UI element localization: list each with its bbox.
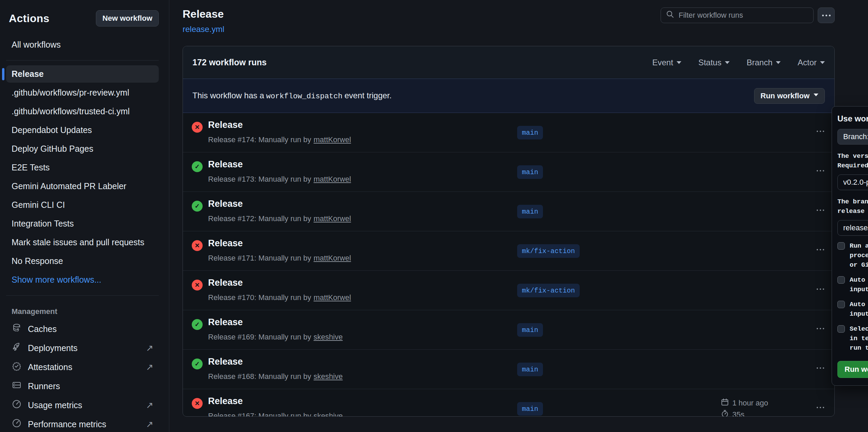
sidebar-item-attestations[interactable]: Attestations ↗ — [6, 358, 159, 377]
workflow-run-row[interactable]: ✓ Release Release #168: Manually run bys… — [183, 350, 834, 389]
sidebar-item-release[interactable]: Release — [6, 65, 159, 83]
sidebar-item-usage-metrics[interactable]: Usage metrics ↗ — [6, 396, 159, 415]
checkbox-label: Auto apply the preview release tag, inpu… — [850, 300, 868, 319]
workflow-run-row[interactable]: ✕ Release Release #171: Manually run bym… — [183, 231, 834, 271]
success-icon: ✓ — [192, 161, 203, 172]
event-filter-dropdown[interactable]: Event — [652, 58, 681, 67]
workflow-dispatch-banner: This workflow has aworkflow_dispatcheven… — [183, 79, 834, 113]
version-input-description: The version to release (e.g., v0.1.11). … — [837, 151, 868, 170]
workflow-options-kebab-button[interactable] — [818, 7, 835, 23]
sidebar-item-all-workflows[interactable]: All workflows — [6, 36, 159, 53]
sidebar-divider — [6, 60, 159, 61]
nightly-tag-checkbox[interactable] — [837, 276, 845, 284]
chevron-down-icon — [776, 61, 781, 66]
failure-icon: ✕ — [192, 398, 203, 409]
sidebar-item-gemini-cli-ci[interactable]: Gemini CLI CI — [6, 196, 159, 214]
workflow-run-row[interactable]: ✓ Release Release #173: Manually run bym… — [183, 152, 834, 192]
run-workflow-dropdown-button[interactable]: Run workflow — [754, 88, 825, 104]
actor-link[interactable]: mattKorwel — [313, 135, 351, 144]
sidebar-item-performance-metrics[interactable]: Performance metrics ↗ — [6, 415, 159, 432]
new-workflow-button[interactable]: New workflow — [96, 10, 159, 27]
run-title-link[interactable]: Release — [208, 159, 243, 170]
actor-link[interactable]: skeshive — [313, 412, 343, 417]
run-title-link[interactable]: Release — [208, 356, 243, 367]
run-subtitle: Release #167: Manually run byskeshive — [208, 412, 343, 417]
run-title-link[interactable]: Release — [208, 396, 243, 406]
sidebar-item-label: Deployments — [28, 343, 78, 353]
workflow-run-row[interactable]: ✓ Release Release #169: Manually run bys… — [183, 310, 834, 350]
filter-workflow-runs-input[interactable] — [679, 11, 809, 20]
run-title-link[interactable]: Release — [208, 278, 243, 288]
run-subtitle: Release #168: Manually run byskeshive — [208, 372, 343, 381]
run-kebab-button[interactable] — [815, 208, 826, 212]
runs-list-header: 172 workflow runs Event Status Branch Ac… — [183, 46, 834, 79]
branch-badge[interactable]: main — [517, 165, 543, 179]
branch-select-dropdown[interactable]: Branch: main — [837, 129, 868, 145]
kebab-icon — [822, 15, 824, 16]
sidebar-item-e2e-tests[interactable]: E2E Tests — [6, 159, 159, 176]
workflow-run-row[interactable]: ✕ Release Release #167: Manually run bys… — [183, 389, 834, 417]
sidebar-item-dependabot-updates[interactable]: Dependabot Updates — [6, 121, 159, 139]
sidebar-item-integration-tests[interactable]: Integration Tests — [6, 215, 159, 232]
workflow-run-row[interactable]: ✕ Release Release #170: Manually run bym… — [183, 271, 834, 310]
run-kebab-button[interactable] — [815, 405, 826, 410]
stopwatch-icon — [721, 410, 729, 417]
sidebar-item-deploy-github-pages[interactable]: Deploy GitHub Pages — [6, 140, 159, 157]
sidebar-item-trusted-ci[interactable]: .github/workflows/trusted-ci.yml — [6, 103, 159, 120]
actor-link[interactable]: mattKorwel — [313, 214, 351, 223]
run-meta: 1 hour ago 35s — [721, 397, 768, 417]
sidebar-item-mark-stale[interactable]: Mark stale issues and pull requests — [6, 234, 159, 251]
actor-filter-dropdown[interactable]: Actor — [798, 58, 825, 67]
run-kebab-button[interactable] — [815, 287, 826, 291]
branch-badge[interactable]: main — [517, 402, 543, 416]
sidebar-item-no-response[interactable]: No Response — [6, 252, 159, 270]
chevron-down-icon — [820, 61, 825, 66]
run-kebab-button[interactable] — [815, 366, 826, 370]
actor-link[interactable]: skeshive — [313, 333, 343, 341]
run-kebab-button[interactable] — [815, 327, 826, 331]
sidebar-item-pr-review[interactable]: .github/workflows/pr-review.yml — [6, 84, 159, 101]
run-kebab-button[interactable] — [815, 129, 826, 133]
run-workflow-submit-button[interactable]: Run workflow — [837, 361, 868, 378]
branch-badge[interactable]: mk/fix-action — [517, 284, 580, 297]
workflow-runs-card: 172 workflow runs Event Status Branch Ac… — [183, 46, 835, 417]
status-filter-dropdown[interactable]: Status — [698, 58, 730, 67]
show-more-workflows-link[interactable]: Show more workflows... — [6, 271, 159, 288]
workflow-file-link[interactable]: release.yml — [183, 24, 224, 34]
run-title-link[interactable]: Release — [208, 120, 243, 130]
actor-link[interactable]: mattKorwel — [313, 293, 351, 302]
external-link-icon: ↗ — [146, 419, 153, 430]
chevron-down-icon — [814, 94, 818, 99]
actor-link[interactable]: mattKorwel — [313, 254, 351, 262]
run-kebab-button[interactable] — [815, 169, 826, 173]
sidebar-item-label: Runners — [28, 381, 60, 391]
branch-badge[interactable]: main — [517, 323, 543, 337]
workflow-run-row[interactable]: ✕ Release Release #174: Manually run bym… — [183, 113, 834, 152]
sidebar-item-deployments[interactable]: Deployments ↗ — [6, 338, 159, 358]
run-title-link[interactable]: Release — [208, 317, 243, 328]
workflow-run-row[interactable]: ✓ Release Release #172: Manually run bym… — [183, 192, 834, 231]
dry-run-checkbox[interactable] — [837, 242, 845, 250]
branch-filter-dropdown[interactable]: Branch — [747, 58, 781, 67]
branch-badge[interactable]: main — [517, 363, 543, 376]
run-timestamp: 1 hour ago — [732, 399, 768, 408]
run-kebab-button[interactable] — [815, 248, 826, 252]
ref-input[interactable] — [837, 220, 868, 236]
sidebar-item-gemini-pr-labeler[interactable]: Gemini Automated PR Labeler — [6, 178, 159, 195]
branch-badge[interactable]: main — [517, 126, 543, 139]
version-input[interactable] — [837, 175, 868, 190]
run-title-link[interactable]: Release — [208, 238, 243, 249]
preview-tag-checkbox[interactable] — [837, 301, 845, 308]
run-title-link[interactable]: Release — [208, 199, 243, 209]
skip-tests-checkbox[interactable] — [837, 325, 845, 333]
filter-workflow-runs-field[interactable] — [661, 7, 814, 23]
branch-badge[interactable]: main — [517, 205, 543, 218]
actor-link[interactable]: skeshive — [313, 372, 343, 381]
success-icon: ✓ — [192, 201, 203, 212]
management-heading: Management — [12, 307, 159, 316]
run-subtitle: Release #172: Manually run bymattKorwel — [208, 214, 351, 223]
sidebar-item-caches[interactable]: Caches — [6, 319, 159, 338]
actor-link[interactable]: mattKorwel — [313, 175, 351, 183]
sidebar-item-runners[interactable]: Runners — [6, 377, 159, 396]
branch-badge[interactable]: mk/fix-action — [517, 244, 580, 258]
